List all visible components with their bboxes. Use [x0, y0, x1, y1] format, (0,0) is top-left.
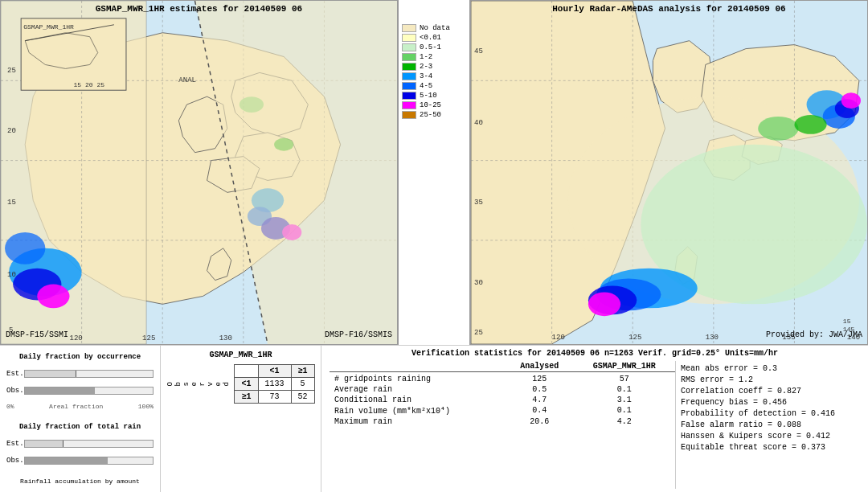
bar-inner-obs2	[25, 457, 108, 464]
contingency-header-gte1: ≥1	[291, 365, 314, 378]
legend-item-45: 4-5	[402, 82, 432, 90]
left-map-label-bl: DMSP-F15/SSMI	[6, 330, 68, 339]
bar-outer-obs2	[24, 457, 154, 465]
contingency-wrapper: Observed <1 ≥1 <1 1133 5 ≥1 73	[166, 364, 314, 404]
legend-item-1025: 10-25	[402, 101, 441, 109]
bar-row-obs2: Obs.	[6, 457, 154, 465]
contingency-row2: ≥1 73 52	[235, 391, 314, 404]
verif-label-3: Rain volume (mm*km²x10⁴)	[330, 405, 506, 416]
bottom-right-stats: Mean abs error = 0.3 RMS error = 1.2 Cor…	[675, 361, 860, 489]
svg-text:15: 15	[7, 199, 16, 207]
legend-color-45	[402, 82, 416, 90]
bar-inner-est1	[25, 371, 76, 377]
legend-item-34: 3-4	[402, 72, 432, 80]
legend-item-12: 1-2	[402, 53, 432, 61]
axis-mid-1: Areal fraction	[49, 403, 103, 410]
svg-point-66	[758, 117, 798, 141]
left-map-panel: GSMAP_MWR_1HR estimates for 20140509 06	[0, 0, 398, 345]
verif-val-4-g: 4.2	[574, 416, 675, 427]
bar-outer-est1	[24, 370, 154, 378]
legend-label-05: 0.5-1	[420, 43, 441, 51]
left-map-title: GSMAP_MWR_1HR estimates for 20140509 06	[1, 4, 397, 14]
bar-label-obs2: Obs.	[6, 457, 24, 465]
legend-color-12	[402, 53, 416, 61]
contingency-cell-12: 5	[291, 378, 314, 391]
contingency-panel: GSMAP_MWR_1HR Observed <1 ≥1 <1 1133 5	[161, 346, 321, 492]
bar-label-est2: Est.	[6, 440, 24, 448]
verif-table: Analysed GSMAP_MWR_1HR # gridpoints rain…	[330, 361, 675, 427]
contingency-row2-label: ≥1	[235, 391, 258, 404]
left-map-svg: 25 20 15 10 5 120 125 130 GSMAP_MWR_1HR …	[1, 1, 397, 344]
svg-text:GSMAP_MWR_1HR: GSMAP_MWR_1HR	[23, 23, 74, 31]
legend-color-510	[402, 92, 416, 100]
legend-item-510: 5-10	[402, 92, 437, 100]
legend-label-nodata: No data	[420, 24, 450, 32]
right-map-title: Hourly Radar-AMeDAS analysis for 2014050…	[471, 4, 867, 14]
svg-text:15: 15	[843, 318, 851, 325]
verif-val-3-g: 0.1	[574, 405, 675, 416]
rainfall-label: Rainfall accumulation by amount	[6, 478, 154, 485]
legend-label-1025: 10-25	[420, 101, 441, 109]
bar-axis-1: 0% Areal fraction 100%	[6, 403, 154, 410]
stat-false-alarm: False alarm ratio = 0.088	[681, 420, 855, 429]
legend-color-1025	[402, 101, 416, 109]
contingency-cell-21: 73	[258, 391, 291, 404]
legend-label-23: 2-3	[420, 63, 432, 71]
svg-text:15    20    25: 15 20 25	[74, 81, 105, 88]
contingency-row1-label: <1	[235, 378, 258, 391]
legend-item-001: <0.01	[402, 34, 441, 42]
svg-point-67	[794, 115, 826, 134]
legend-item-23: 2-3	[402, 63, 432, 71]
verif-val-4-a: 20.6	[506, 416, 573, 427]
svg-text:40: 40	[474, 119, 483, 127]
contingency-row1: <1 1133 5	[235, 378, 314, 391]
stat-correlation: Correlation coeff = 0.827	[681, 387, 855, 396]
svg-text:ANAL: ANAL	[178, 76, 196, 84]
legend-color-2550	[402, 111, 416, 119]
legend-label-34: 3-4	[420, 72, 432, 80]
svg-text:125: 125	[142, 334, 155, 342]
stat-hanssen: Hanssen & Kuipers score = 0.412	[681, 432, 855, 441]
legend-label-001: <0.01	[420, 34, 441, 42]
verif-val-2-a: 4.7	[506, 395, 573, 405]
bar-label-est1: Est.	[6, 370, 24, 378]
verif-row-1: Average rain 0.5 0.1	[330, 384, 675, 395]
verif-row-4: Maximum rain 20.6 4.2	[330, 416, 675, 427]
verif-row-3: Rain volume (mm*km²x10⁴) 0.4 0.1	[330, 405, 675, 416]
contingency-header-row: <1 ≥1	[235, 365, 314, 378]
svg-text:25: 25	[7, 67, 16, 75]
right-map-panel: Hourly Radar-AMeDAS analysis for 2014050…	[470, 0, 868, 345]
legend-color-001	[402, 34, 416, 42]
verif-val-1-a: 0.5	[506, 384, 573, 395]
axis-start-1: 0%	[6, 403, 14, 410]
verif-col-gsmap: GSMAP_MWR_1HR	[574, 361, 675, 372]
svg-point-61	[588, 292, 620, 316]
verif-title: Verification statistics for 20140509 06 …	[330, 349, 860, 358]
maps-row: GSMAP_MWR_1HR estimates for 20140509 06	[0, 0, 868, 346]
legend-color-nodata	[402, 24, 416, 32]
contingency-title: GSMAP_MWR_1HR	[209, 351, 272, 359]
verif-row-2: Conditional rain 4.7 3.1	[330, 395, 675, 405]
fraction-panel: Daily fraction by occurrence Est. Obs. 0…	[0, 346, 161, 492]
stat-freq-bias: Frequency bias = 0.456	[681, 398, 855, 407]
svg-text:10: 10	[7, 271, 16, 279]
contingency-header-lt1: <1	[258, 365, 291, 378]
legend-item-nodata: No data	[402, 24, 450, 32]
verif-label-2: Conditional rain	[330, 395, 506, 405]
fraction-title-2: Daily fraction of total rain	[6, 423, 154, 431]
verif-left: Analysed GSMAP_MWR_1HR # gridpoints rain…	[330, 361, 675, 489]
contingency-table: <1 ≥1 <1 1133 5 ≥1 73 52	[234, 364, 314, 404]
verif-header-empty	[330, 361, 506, 372]
bar-row-obs1: Obs.	[6, 387, 154, 395]
verif-label-0: # gridpoints raining	[330, 374, 506, 384]
verif-col-headers: Analysed GSMAP_MWR_1HR	[330, 361, 675, 372]
stat-prob-detection: Probability of detection = 0.416	[681, 409, 855, 418]
svg-text:130: 130	[706, 334, 719, 342]
verif-stats-row: Analysed GSMAP_MWR_1HR # gridpoints rain…	[330, 361, 860, 489]
legend-label-2550: 25-50	[420, 111, 441, 119]
verif-label-1: Average rain	[330, 384, 506, 395]
svg-text:35: 35	[474, 199, 483, 207]
svg-text:125: 125	[628, 334, 641, 342]
fraction-title-1: Daily fraction by occurrence	[6, 353, 154, 361]
verif-col-analysed: Analysed	[506, 361, 573, 372]
